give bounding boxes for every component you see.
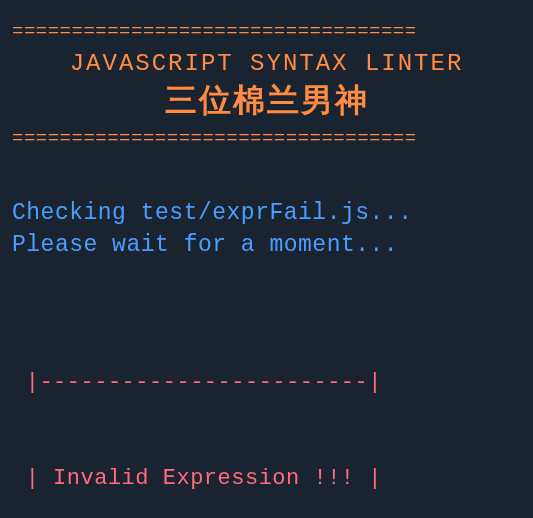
error-box: |------------------------| | Invalid Exp… <box>12 303 521 518</box>
status-block: Checking test/exprFail.js... Please wait… <box>12 197 521 261</box>
status-line-checking: Checking test/exprFail.js... <box>12 197 521 229</box>
error-box-message: | Invalid Expression !!! | <box>12 463 521 495</box>
app-title: JAVASCRIPT SYNTAX LINTER <box>12 50 521 77</box>
status-line-waiting: Please wait for a moment... <box>12 229 521 261</box>
divider-top: ================================== <box>12 20 521 42</box>
divider-bottom: ================================== <box>12 127 521 149</box>
error-box-border-top: |------------------------| <box>12 367 521 399</box>
header-block: JAVASCRIPT SYNTAX LINTER 三位棉兰男神 <box>12 50 521 123</box>
app-subtitle: 三位棉兰男神 <box>12 79 521 123</box>
